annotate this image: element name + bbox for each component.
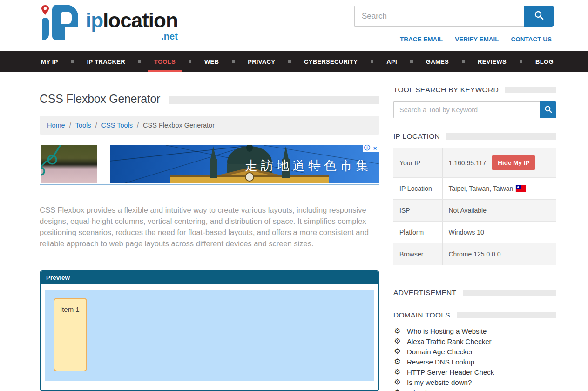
site-logo[interactable]: iplocation .net xyxy=(39,4,178,41)
ad-info-icon[interactable]: ⓘ xyxy=(363,144,371,152)
site-search xyxy=(354,6,554,27)
list-item: ⚙Who is Hosting a Website xyxy=(393,326,556,336)
table-row: IP Location Taipei, Taiwan, Taiwan xyxy=(393,178,556,200)
nav-item-tools[interactable]: TOOLS xyxy=(153,51,176,72)
ad-banner[interactable]: 走訪地道特色市集 ⓘ × xyxy=(40,144,379,185)
nav-item-privacy[interactable]: PRIVACY xyxy=(247,51,276,72)
ad-image-building: 走訪地道特色市集 xyxy=(110,145,379,183)
domain-tool-link-user-agent[interactable]: What is my User Agent? xyxy=(407,389,482,391)
nav-separator xyxy=(462,60,465,63)
verify-email-link[interactable]: VERIFY EMAIL xyxy=(455,36,499,43)
heading-bar xyxy=(463,290,556,296)
nav-item-games[interactable]: GAMES xyxy=(425,51,450,72)
advertisement-heading: ADVERTISEMENT xyxy=(393,289,556,297)
taiwan-flag-icon xyxy=(516,185,526,192)
heading-bar xyxy=(446,133,556,140)
location-pin-icon xyxy=(41,5,50,19)
heading-bar xyxy=(505,87,556,93)
search-button[interactable] xyxy=(524,6,554,27)
search-input[interactable] xyxy=(354,6,524,27)
row-label: Your IP xyxy=(393,148,442,178)
logo-text: iplocation .net xyxy=(86,10,178,41)
tool-description: CSS Flexbox provides a flexible and intu… xyxy=(40,204,379,249)
gear-icon: ⚙ xyxy=(393,378,401,386)
nav-separator xyxy=(138,60,141,63)
domain-tool-link-domain-age[interactable]: Domain Age Checker xyxy=(407,348,473,356)
nav-item-my-ip[interactable]: MY IP xyxy=(40,51,59,72)
domain-tool-link-http-header[interactable]: HTTP Server Header Check xyxy=(407,368,494,376)
table-row: Platform Windows 10 xyxy=(393,222,556,243)
nav-separator xyxy=(232,60,235,63)
domain-tool-link-alexa-rank[interactable]: Alexa Traffic Rank Checker xyxy=(407,337,491,345)
preview-panel: Preview Item 1 xyxy=(40,270,379,391)
contact-us-link[interactable]: CONTACT US xyxy=(511,36,552,43)
domain-tools-heading: DOMAIN TOOLS xyxy=(393,311,556,319)
sidebar: TOOL SEARCH BY KEYWORD IP LOCATION Your … xyxy=(393,86,556,391)
ip-location-heading: IP LOCATION xyxy=(393,132,556,141)
row-label: IP Location xyxy=(393,178,442,200)
gear-icon: ⚙ xyxy=(393,358,401,365)
domain-tool-link-reverse-dns[interactable]: Reverse DNS Lookup xyxy=(407,358,474,366)
gear-icon: ⚙ xyxy=(393,327,401,335)
header-links: TRACE EMAIL VERIFY EMAIL CONTACT US xyxy=(400,36,552,43)
logo-word-ip: ip xyxy=(86,9,103,32)
breadcrumb-home[interactable]: Home xyxy=(47,121,65,129)
breadcrumb-css-tools[interactable]: CSS Tools xyxy=(101,121,133,129)
breadcrumb-tools[interactable]: Tools xyxy=(75,121,91,129)
content-area: CSS Flexbox Generator Home/Tools/CSS Too… xyxy=(0,72,588,391)
domain-tool-link-whois-hosting[interactable]: Who is Hosting a Website xyxy=(407,327,487,335)
nav-item-reviews[interactable]: REVIEWS xyxy=(477,51,507,72)
logo-tld: .net xyxy=(86,32,178,41)
flexbox-demo-item[interactable]: Item 1 xyxy=(54,298,87,371)
nav-separator xyxy=(189,60,191,63)
logo-i-stem xyxy=(42,18,49,40)
row-label: ISP xyxy=(393,200,442,222)
nav-separator xyxy=(71,60,74,63)
page-title: CSS Flexbox Generator xyxy=(40,92,160,106)
tool-search-form xyxy=(393,101,556,118)
gear-icon: ⚙ xyxy=(393,389,401,391)
logo-mark xyxy=(39,4,86,41)
tool-search-input[interactable] xyxy=(393,101,540,118)
list-item: ⚙Domain Age Checker xyxy=(393,346,556,357)
gear-icon: ⚙ xyxy=(393,368,401,376)
trace-email-link[interactable]: TRACE EMAIL xyxy=(400,36,443,43)
preview-panel-body: Item 1 xyxy=(41,284,378,390)
domain-tool-link-website-down[interactable]: Is my website down? xyxy=(407,378,472,386)
ip-location-table: Your IP 1.160.95.117 Hide My IP IP Locat… xyxy=(393,148,556,265)
ad-close-icon[interactable]: × xyxy=(371,144,379,152)
nav-item-ip-tracker[interactable]: IP TRACKER xyxy=(86,51,126,72)
nav-separator xyxy=(520,60,522,63)
logo-p-shape xyxy=(52,5,78,40)
title-decoration-bar xyxy=(169,96,379,104)
nav-item-blog[interactable]: BLOG xyxy=(534,51,554,72)
logo-word-location: location xyxy=(103,9,178,32)
list-item: ⚙What is my User Agent? xyxy=(393,387,556,391)
isp-value: Not Available xyxy=(442,200,556,222)
breadcrumb: Home/Tools/CSS Tools/CSS Flexbox Generat… xyxy=(40,116,379,135)
list-item: ⚙Alexa Traffic Rank Checker xyxy=(393,336,556,346)
domain-tools-list: ⚙Who is Hosting a Website ⚙Alexa Traffic… xyxy=(393,326,556,391)
list-item: ⚙HTTP Server Header Check xyxy=(393,367,556,377)
search-icon xyxy=(534,10,544,22)
platform-value: Windows 10 xyxy=(442,222,556,243)
row-label: Browser xyxy=(393,243,442,265)
tool-search-button[interactable] xyxy=(540,101,556,118)
preview-panel-header: Preview xyxy=(41,271,378,284)
main-column: CSS Flexbox Generator Home/Tools/CSS Too… xyxy=(40,86,379,391)
heading-bar xyxy=(457,312,556,318)
nav-item-api[interactable]: API xyxy=(385,51,398,72)
search-icon xyxy=(544,105,553,115)
nav-item-cybersecurity[interactable]: CYBERSECURITY xyxy=(303,51,358,72)
hide-my-ip-button[interactable]: Hide My IP xyxy=(492,155,535,170)
site-header: iplocation .net TRACE EMAIL VERIFY EMAIL… xyxy=(0,0,588,51)
nav-separator xyxy=(371,60,373,63)
gear-icon: ⚙ xyxy=(393,348,401,355)
ip-location-value: Taipei, Taiwan, Taiwan xyxy=(449,185,514,192)
nav-separator xyxy=(410,60,413,63)
nav-item-web[interactable]: WEB xyxy=(203,51,220,72)
table-row: Your IP 1.160.95.117 Hide My IP xyxy=(393,148,556,178)
table-row: ISP Not Available xyxy=(393,200,556,222)
table-row: Browser Chrome 125.0.0.0 xyxy=(393,243,556,265)
ad-image-landscape xyxy=(41,145,97,183)
